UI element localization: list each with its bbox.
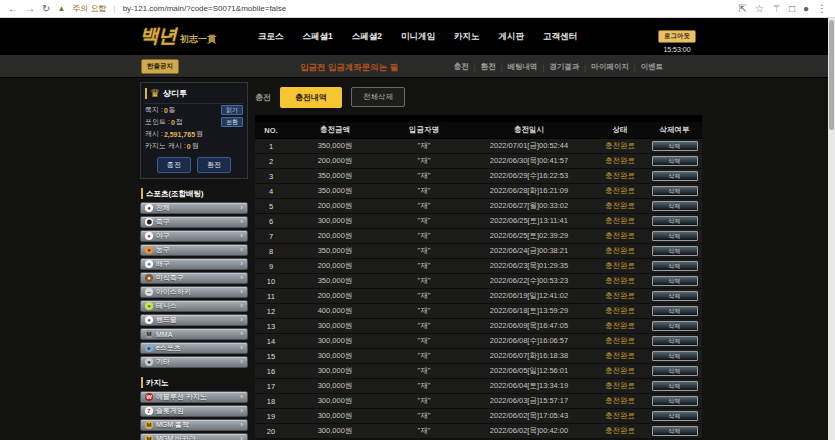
reload-icon[interactable]: ↻ [42, 3, 50, 14]
notice-marquee: 입금전 입금계좌문의는 필 [300, 62, 398, 74]
cell-status: 충전완료 [593, 216, 647, 226]
cell-delete: 삭제 [647, 351, 702, 361]
nav-item-4[interactable]: 카지노 [454, 31, 480, 43]
nav-item-2[interactable]: 스페셜2 [352, 31, 382, 43]
share-icon[interactable]: ⇱ [739, 3, 747, 14]
stat-button-1[interactable]: 전환 [221, 117, 243, 127]
subnav-item-2[interactable]: 베팅내역 [508, 62, 538, 72]
profile-icon[interactable]: ● [803, 3, 809, 14]
tab-charge-history[interactable]: 충전내역 [280, 87, 342, 108]
subnav-item-0[interactable]: 충전 [454, 62, 469, 72]
sidebar-item-label: 기타 [156, 357, 170, 367]
table-row: 19300,000원"재"2022/06/02[목]17:05:43충전완료삭제 [255, 409, 702, 424]
chevron-right-icon: › [240, 435, 243, 440]
table-row: 4350,000원"재"2022/06/28[화]16:21:09충전완료삭제 [255, 184, 702, 199]
mma-icon: M [145, 330, 153, 338]
delete-button-4[interactable]: 삭제 [652, 186, 698, 196]
username: 샹디투 [163, 88, 187, 99]
user-action-button-0[interactable]: 충전 [157, 157, 191, 173]
delete-button-8[interactable]: 삭제 [652, 246, 698, 256]
delete-button-17[interactable]: 삭제 [652, 381, 698, 391]
tab-icon[interactable]: □ [789, 3, 795, 14]
cell-no: 10 [255, 277, 287, 286]
cell-delete: 삭제 [647, 336, 702, 346]
menu-dots-icon[interactable]: ⋮ [817, 3, 827, 14]
delete-button-18[interactable]: 삭제 [652, 396, 698, 406]
cell-amount: 300,000원 [287, 321, 383, 331]
sidebar-item-0-1[interactable]: ⬢축구› [140, 216, 248, 228]
address-bar[interactable]: by-121.com/main/?code=S0071&mobile=false [123, 4, 287, 13]
cell-depositor: "재" [383, 231, 465, 241]
subnav-separator: | [501, 64, 503, 71]
subnav-item-4[interactable]: 마이페이지 [591, 62, 629, 72]
sidebar-item-1-1[interactable]: 7슬롯게임› [140, 405, 248, 417]
sidebar-item-1-2[interactable]: MMGM 홀짝› [140, 419, 248, 431]
sidebar-item-0-7[interactable]: ●테니스› [140, 300, 248, 312]
table-row: 13300,000원"재"2022/06/09[목]16:47:05충전완료삭제 [255, 319, 702, 334]
sidebar-item-0-2[interactable]: ●야구› [140, 230, 248, 242]
table-row: 3350,000원"재"2022/06/29[수]16:22:53충전완료삭제 [255, 169, 702, 184]
subnav-item-5[interactable]: 이벤트 [641, 62, 664, 72]
delete-button-10[interactable]: 삭제 [652, 276, 698, 286]
delete-button-20[interactable]: 삭제 [652, 426, 698, 436]
back-icon[interactable]: ← [8, 3, 18, 14]
delete-button-19[interactable]: 삭제 [652, 411, 698, 421]
sidebar-item-1-0[interactable]: W에볼루션 카지노› [140, 391, 248, 403]
nav-item-6[interactable]: 고객센터 [543, 31, 577, 43]
table-row: 17300,000원"재"2022/06/04[토]13:34:19충전완료삭제 [255, 379, 702, 394]
delete-button-7[interactable]: 삭제 [652, 231, 698, 241]
cell-status: 충전완료 [593, 351, 647, 361]
sidebar-item-0-0[interactable]: ●전체› [140, 202, 248, 214]
subnav-item-3[interactable]: 경기결과 [549, 62, 579, 72]
delete-button-16[interactable]: 삭제 [652, 366, 698, 376]
sidebar-item-label: e스포츠 [156, 343, 181, 353]
sidebar-item-1-3[interactable]: MMGM 바카라› [140, 433, 248, 440]
cell-amount: 300,000원 [287, 216, 383, 226]
forward-icon[interactable]: → [25, 3, 35, 14]
logout-button[interactable]: 로그아웃 [658, 30, 696, 43]
tab-charge[interactable]: 충전 [255, 92, 271, 103]
site-logo[interactable]: 백년 初志一貫 [140, 23, 216, 49]
sidebar-item-0-10[interactable]: ee스포츠› [140, 342, 248, 354]
table-row: 9200,000원"재"2022/06/23[목]01:29:35충전완료삭제 [255, 259, 702, 274]
nav-item-3[interactable]: 미니게임 [401, 31, 435, 43]
sidebar-item-0-8[interactable]: ●핸드볼› [140, 314, 248, 326]
stat-button-0[interactable]: 읽기 [221, 105, 243, 115]
delete-button-2[interactable]: 삭제 [652, 156, 698, 166]
delete-button-1[interactable]: 삭제 [652, 141, 698, 151]
sidebar-item-0-11[interactable]: ●기타› [140, 356, 248, 368]
cell-datetime: 2022/06/04[토]13:34:19 [465, 381, 593, 391]
extensions-icon[interactable]: ⚚ [772, 3, 781, 14]
sidebar-item-0-6[interactable]: ‒아이스하키› [140, 286, 248, 298]
sidebar-item-label: 핸드볼 [156, 315, 177, 325]
notice-button[interactable]: 한줄공지 [141, 59, 179, 74]
stat-label: 포인트 : [145, 117, 170, 127]
session-timer: 15:53:00 [652, 46, 702, 53]
delete-button-12[interactable]: 삭제 [652, 306, 698, 316]
delete-button-9[interactable]: 삭제 [652, 261, 698, 271]
subnav-item-1[interactable]: 환전 [481, 62, 496, 72]
cell-delete: 삭제 [647, 216, 702, 226]
delete-button-6[interactable]: 삭제 [652, 216, 698, 226]
nav-item-1[interactable]: 스페셜1 [303, 31, 333, 43]
delete-button-15[interactable]: 삭제 [652, 351, 698, 361]
user-action-button-1[interactable]: 환전 [197, 157, 231, 173]
page-scrollbar[interactable] [828, 18, 835, 440]
sidebar-item-0-3[interactable]: ●농구› [140, 244, 248, 256]
stat-value: 0 [171, 119, 175, 126]
sidebar-item-0-5[interactable]: ●미식축구› [140, 272, 248, 284]
nav-item-0[interactable]: 크로스 [258, 31, 284, 43]
delete-button-5[interactable]: 삭제 [652, 201, 698, 211]
delete-button-14[interactable]: 삭제 [652, 336, 698, 346]
scrollbar-thumb[interactable] [829, 20, 834, 130]
delete-all-button[interactable]: 전체삭제 [351, 87, 405, 107]
bookmark-star-icon[interactable]: ☆ [755, 3, 764, 14]
delete-button-11[interactable]: 삭제 [652, 291, 698, 301]
delete-button-3[interactable]: 삭제 [652, 171, 698, 181]
delete-button-13[interactable]: 삭제 [652, 321, 698, 331]
evolution-icon: W [145, 393, 153, 401]
nav-item-5[interactable]: 게시판 [498, 31, 524, 43]
sidebar-item-0-9[interactable]: MMMA› [140, 328, 248, 340]
sidebar-item-0-4[interactable]: ●배구› [140, 258, 248, 270]
accent-bar [145, 88, 147, 99]
